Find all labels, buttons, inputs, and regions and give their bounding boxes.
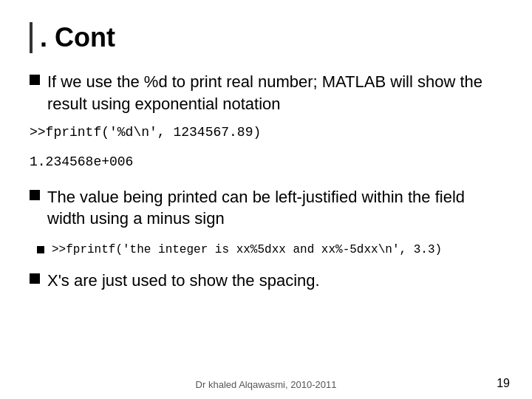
bullet-text-2: The value being printed can be left-just… (47, 186, 502, 230)
bullet-item-2: The value being printed can be left-just… (30, 186, 502, 230)
bullet-square-4 (30, 273, 40, 284)
bullet-square-3 (37, 246, 44, 253)
slide: . Cont If we use the %d to print real nu… (0, 0, 532, 399)
page-number: 19 (497, 377, 510, 390)
slide-title: . Cont (30, 22, 502, 53)
code-line-1: >>fprintf('%d\n', 1234567.89) (30, 123, 502, 142)
bullet-square-2 (30, 190, 40, 200)
bullet-square-1 (30, 75, 40, 85)
slide-content: If we use the %d to print real number; M… (30, 71, 502, 377)
bullet-item-1: If we use the %d to print real number; M… (30, 71, 502, 115)
bullet-text-4: X's are just used to show the spacing. (47, 270, 320, 292)
code-line-2: 1.234568e+006 (30, 153, 502, 171)
bullet-item-4: X's are just used to show the spacing. (30, 270, 502, 292)
bullet-text-1: If we use the %d to print real number; M… (47, 71, 502, 115)
footer-author: Dr khaled Alqawasmi, 2010-2011 (196, 379, 337, 390)
footer: Dr khaled Alqawasmi, 2010-2011 (0, 379, 532, 390)
bullet-text-3: >>fprintf('the integer is xx%5dxx and xx… (52, 243, 442, 256)
bullet-item-3: >>fprintf('the integer is xx%5dxx and xx… (37, 243, 502, 256)
